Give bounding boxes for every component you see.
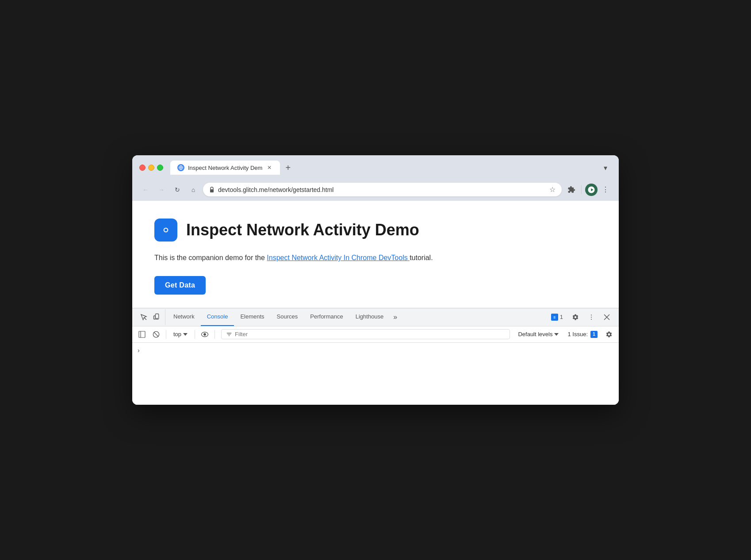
devtools-tool-icons — [136, 309, 165, 325]
tab-favicon — [177, 164, 184, 171]
console-sidebar-button[interactable] — [136, 328, 148, 341]
filter-area[interactable] — [221, 329, 510, 339]
devtools-settings-button[interactable] — [568, 312, 582, 322]
bookmark-icon[interactable]: ☆ — [549, 185, 556, 194]
context-label: top — [173, 331, 181, 338]
default-levels-selector[interactable]: Default levels — [514, 330, 562, 339]
page-icon — [154, 219, 177, 242]
clear-console-button[interactable] — [150, 328, 162, 341]
console-divider-2 — [195, 330, 195, 339]
svg-point-11 — [157, 318, 157, 319]
traffic-lights — [139, 165, 163, 171]
svg-point-16 — [591, 318, 592, 319]
svg-line-22 — [154, 332, 158, 336]
nav-divider — [581, 185, 582, 194]
nav-bar: ← → ↻ ⌂ devtools.glitch.me/network/getst… — [132, 179, 619, 201]
address-bar[interactable]: devtools.glitch.me/network/getstarted.ht… — [203, 183, 562, 196]
new-tab-button[interactable]: + — [282, 161, 294, 174]
console-content: › — [132, 343, 619, 405]
home-button[interactable]: ⌂ — [187, 184, 199, 196]
url-text: devtools.glitch.me/network/getstarted.ht… — [218, 186, 546, 193]
default-levels-label: Default levels — [518, 331, 552, 338]
tab-elements[interactable]: Elements — [234, 308, 270, 326]
profile-button[interactable] — [585, 184, 598, 196]
devtools-panel: Network Console Elements Sources Perform… — [132, 308, 619, 405]
page-description: This is the companion demo for the Inspe… — [154, 252, 597, 264]
tabs-dropdown-button[interactable]: ▾ — [599, 161, 612, 174]
close-button[interactable] — [139, 165, 146, 171]
nav-icons: ⋮ — [565, 184, 612, 196]
issues-text: 1 Issue: — [567, 331, 588, 338]
issues-button[interactable]: ≡ 1 — [548, 312, 567, 322]
devtools-close-button[interactable] — [600, 312, 613, 322]
tab-bar: Inspect Network Activity Dem ✕ + ▾ — [170, 161, 612, 175]
lock-icon — [209, 187, 215, 193]
devtools-tabs: Network Console Elements Sources Perform… — [167, 308, 546, 326]
console-toolbar: top Default levels 1 Issue: 1 — [132, 326, 619, 343]
page-header: Inspect Network Activity Demo — [154, 219, 597, 242]
issues-badge: ≡ — [551, 314, 558, 321]
back-button[interactable]: ← — [139, 184, 152, 196]
svg-text:≡: ≡ — [553, 315, 556, 319]
tab-lighthouse[interactable]: Lighthouse — [349, 308, 390, 326]
issues-info: 1 Issue: 1 — [564, 330, 601, 339]
svg-line-8 — [144, 318, 146, 320]
console-divider — [166, 330, 166, 339]
extensions-button[interactable] — [565, 184, 578, 196]
maximize-button[interactable] — [157, 165, 163, 171]
devtools-toolbar: Network Console Elements Sources Perform… — [132, 308, 619, 326]
devtools-more-menu-button[interactable] — [584, 312, 598, 322]
svg-point-14 — [591, 315, 592, 315]
console-issues-badge: 1 — [590, 331, 598, 338]
console-chevron[interactable]: › — [136, 346, 142, 355]
tab-performance[interactable]: Performance — [304, 308, 349, 326]
console-issues-count: 1 — [593, 332, 595, 337]
page-title: Inspect Network Activity Demo — [186, 221, 419, 239]
page-content: Inspect Network Activity Demo This is th… — [132, 201, 619, 308]
svg-rect-4 — [210, 189, 214, 192]
devtools-right-icons: ≡ 1 — [546, 312, 615, 322]
browser-window: Inspect Network Activity Dem ✕ + ▾ ← → ↻… — [132, 155, 619, 405]
svg-rect-19 — [139, 331, 145, 338]
get-data-button[interactable]: Get Data — [154, 276, 206, 295]
inspect-element-icon[interactable] — [138, 311, 150, 323]
tab-network[interactable]: Network — [167, 308, 201, 326]
reload-button[interactable]: ↻ — [171, 184, 184, 196]
svg-rect-10 — [154, 316, 156, 319]
live-expressions-button[interactable] — [199, 328, 211, 341]
description-before: This is the companion demo for the — [154, 254, 267, 261]
description-after: tutorial. — [410, 254, 433, 261]
forward-button[interactable]: → — [155, 184, 168, 196]
tab-console[interactable]: Console — [201, 308, 234, 326]
issues-count: 1 — [560, 314, 563, 320]
minimize-button[interactable] — [148, 165, 154, 171]
chrome-menu-button[interactable]: ⋮ — [599, 184, 612, 196]
active-tab[interactable]: Inspect Network Activity Dem ✕ — [170, 161, 280, 175]
devtools-link[interactable]: Inspect Network Activity In Chrome DevTo… — [267, 254, 410, 261]
tab-close-button[interactable]: ✕ — [266, 164, 273, 171]
tab-title: Inspect Network Activity Dem — [188, 165, 262, 171]
title-bar: Inspect Network Activity Dem ✕ + ▾ — [132, 155, 619, 179]
filter-input[interactable] — [235, 331, 505, 338]
svg-point-15 — [591, 317, 592, 318]
svg-point-24 — [204, 334, 206, 336]
more-tabs-button[interactable]: » — [390, 308, 401, 326]
console-settings-button[interactable] — [603, 328, 615, 341]
console-divider-3 — [215, 330, 215, 339]
tab-sources[interactable]: Sources — [271, 308, 304, 326]
device-toggle-icon[interactable] — [151, 311, 163, 323]
svg-point-7 — [165, 229, 168, 232]
context-selector[interactable]: top — [170, 330, 191, 339]
